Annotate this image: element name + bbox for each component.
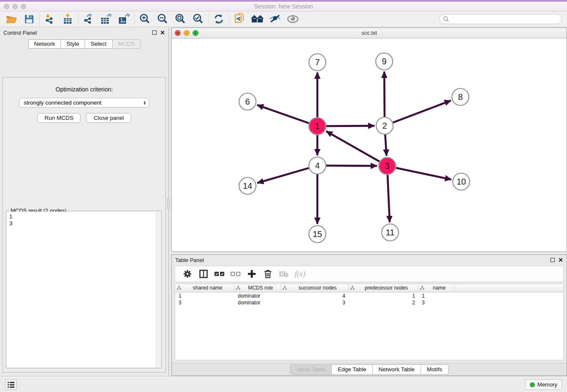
node-3[interactable]: 3 [379,157,396,174]
hierarchy-icon [350,286,355,290]
edge-3-11[interactable] [388,174,390,222]
memory-button[interactable]: Memory [525,379,562,390]
network-maximize-button[interactable]: + [193,30,198,36]
zoom-in-icon[interactable] [136,12,154,26]
network-close-button[interactable]: ✕ [175,30,181,36]
network-minimize-button[interactable]: − [184,30,190,36]
add-row-icon[interactable] [244,267,260,281]
table-cell[interactable]: 1 [175,293,234,299]
table-cell[interactable]: 3 [418,299,454,306]
window-zoom-button[interactable] [21,4,26,9]
window-minimize-button[interactable] [12,4,18,9]
column-header-name[interactable]: name [418,284,454,292]
node-15[interactable]: 15 [309,226,326,243]
node-6[interactable]: 6 [239,93,256,110]
open-network-file-icon[interactable] [231,12,248,26]
control-tab-select[interactable]: Select [85,39,113,49]
zoom-selected-icon[interactable] [189,12,207,26]
node-label: 14 [243,181,252,190]
mcds-result-box: MCDS result (2 nodes) 13 [6,211,162,368]
node-7[interactable]: 7 [309,54,326,71]
control-tab-style[interactable]: Style [61,39,85,49]
table-cell[interactable]: 3 [281,299,349,306]
table-settings-icon[interactable] [179,267,195,281]
column-header-label: predecessor nodes [356,285,416,291]
import-table-icon[interactable] [59,12,77,26]
optimization-criterion-select[interactable]: strongly connected component ▲▼ [19,98,149,108]
delete-table-icon [276,267,292,281]
edge-3-10[interactable] [396,168,451,179]
mcds-result-scrollbar[interactable] [156,212,161,367]
table-cell[interactable]: dominator [234,293,281,299]
table-tab-edge-table[interactable]: Edge Table [331,364,372,375]
network-canvas[interactable]: 7968124314101511 [172,39,567,251]
node-label: 15 [313,229,322,239]
column-header-successor-nodes[interactable]: successor nodes [281,284,349,292]
node-8[interactable]: 8 [452,88,469,105]
edge-1-2[interactable] [326,126,374,126]
delete-row-icon[interactable] [260,267,276,281]
control-tab-network[interactable]: Network [28,39,61,49]
node-label: 8 [458,92,462,102]
table-cell[interactable]: dominator [234,299,281,306]
node-14[interactable]: 14 [239,177,256,194]
column-header-shared-name[interactable]: shared name [175,284,234,292]
table-cell[interactable]: 1 [418,293,454,299]
refresh-icon[interactable] [210,12,228,26]
node-1[interactable]: 1 [309,118,326,135]
task-history-button[interactable] [5,379,17,390]
table-tab-node-table[interactable]: Node Table [290,364,332,375]
search-input[interactable] [451,16,558,22]
column-header-MCDS-role[interactable]: MCDS role [234,284,281,292]
table-cell[interactable]: 1 [349,293,418,299]
control-panel-float-icon[interactable] [152,30,157,35]
run-mcds-button[interactable]: Run MCDS [37,113,80,123]
node-label: 1 [315,121,319,131]
node-11[interactable]: 11 [382,224,399,241]
close-panel-button[interactable]: Close panel [86,113,131,123]
save-session-icon[interactable] [20,12,38,26]
node-2[interactable]: 2 [376,117,393,134]
edge-1-6[interactable] [257,105,309,123]
table-panel-close-icon[interactable]: ✕ [558,258,563,262]
window-close-button[interactable] [4,4,9,9]
control-panel-tabs: NetworkStyleSelectMCDS [0,39,168,49]
export-network-icon[interactable] [80,12,97,26]
import-network-icon[interactable] [41,12,59,26]
export-image-icon[interactable] [115,12,133,26]
table-cell[interactable]: 3 [175,299,234,306]
panel-splitter-handle[interactable] [167,198,170,209]
node-label: 9 [382,57,386,66]
table-cell[interactable]: 4 [281,293,349,299]
clear-all-checkboxes-icon[interactable] [228,267,244,281]
zoom-fit-icon[interactable] [171,12,189,26]
table-tab-network-table[interactable]: Network Table [372,364,421,375]
optimization-criterion-value: strongly connected component [24,99,102,106]
table-cell[interactable]: 2 [349,299,418,306]
table-tabs: Node TableEdge TableNetwork TableMotifs [290,364,448,375]
open-session-icon[interactable] [3,12,20,26]
export-table-icon[interactable] [97,12,115,26]
home-view-icon[interactable] [248,12,266,26]
mcds-result-list[interactable]: 13 [7,212,156,367]
select-all-checkboxes-icon[interactable] [212,267,228,281]
node-9[interactable]: 9 [376,53,393,70]
table-tab-motifs[interactable]: Motifs [421,364,449,375]
edge-2-8[interactable] [393,101,451,123]
show-all-icon[interactable] [284,12,302,26]
control-tab-mcds[interactable]: MCDS [112,39,141,49]
edge-2-3[interactable] [385,134,386,156]
hide-selected-icon[interactable] [266,12,284,26]
node-10[interactable]: 10 [453,173,470,190]
node-label: 2 [382,121,387,130]
split-column-icon[interactable] [195,267,212,281]
control-panel-close-icon[interactable]: ✕ [160,30,165,35]
table-panel-float-icon[interactable] [550,258,555,262]
column-header-predecessor-nodes[interactable]: predecessor nodes [349,284,418,292]
edge-4-3[interactable] [326,166,377,166]
node-4[interactable]: 4 [309,157,326,174]
edge-3-1[interactable] [326,131,380,162]
edge-4-14[interactable] [257,168,309,183]
edge-2-9[interactable] [384,72,385,117]
zoom-out-icon[interactable] [154,12,171,26]
